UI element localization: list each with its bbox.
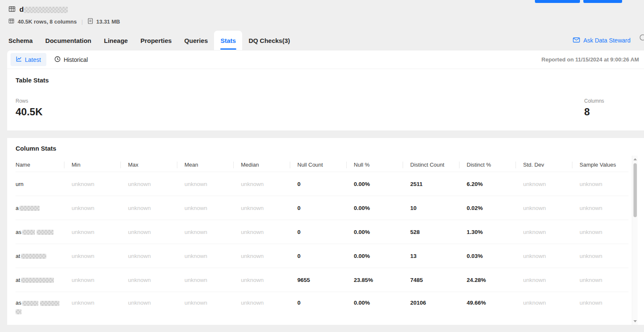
min-cell: unknown	[64, 229, 120, 235]
sample-values-cell: unknown	[572, 300, 628, 306]
redacted-text	[22, 230, 35, 235]
tab-dq-checks[interactable]: DQ Checks(3)	[242, 31, 296, 50]
search-icon[interactable]	[639, 34, 644, 42]
header-std-dev: Std. Dev	[516, 162, 572, 168]
median-cell: unknown	[233, 253, 290, 259]
tab-queries[interactable]: Queries	[178, 31, 214, 50]
table-scrollbar[interactable]	[632, 156, 638, 325]
distinct-pct-cell: 0.02%	[459, 205, 516, 211]
redacted-text	[21, 254, 46, 259]
header-name: Name	[16, 162, 64, 168]
mean-cell: unknown	[177, 277, 233, 283]
median-cell: unknown	[233, 229, 290, 235]
table-row: a unknown unknown unknown unknown 0 0.00…	[16, 196, 628, 220]
null-pct-cell: 0.00%	[346, 300, 403, 306]
min-cell: unknown	[64, 181, 120, 187]
dataset-title: d	[19, 5, 68, 14]
tab-documentation[interactable]: Documentation	[39, 31, 98, 50]
column-name: at	[16, 253, 20, 259]
column-name-cell: at	[16, 277, 64, 283]
median-cell: unknown	[233, 181, 290, 187]
distinct-pct-cell: 49.66%	[459, 300, 516, 306]
null-pct-cell: 0.00%	[346, 253, 403, 259]
max-cell: unknown	[120, 277, 177, 283]
redacted-text	[22, 301, 38, 306]
column-stats-table: Name Min Max Mean Median Null Count Null…	[16, 158, 628, 325]
mean-cell: unknown	[177, 181, 233, 187]
header-sample-values: Sample Values	[572, 162, 628, 168]
table-row: at unknown unknown unknown unknown 9655 …	[16, 268, 628, 292]
table-grid-icon	[8, 5, 16, 14]
column-name-cell: a	[16, 205, 64, 211]
clock-icon	[54, 56, 61, 64]
mean-cell: unknown	[177, 300, 233, 306]
null-pct-cell: 0.00%	[346, 229, 403, 235]
sample-values-cell: unknown	[572, 181, 628, 187]
distinct-count-cell: 20106	[403, 300, 459, 306]
columns-stat-value: 8	[584, 106, 636, 118]
header-median: Median	[233, 162, 290, 168]
scroll-up-arrow-icon[interactable]	[633, 158, 637, 160]
envelope-icon	[573, 37, 580, 44]
null-count-cell: 0	[290, 205, 346, 211]
distinct-count-cell: 10	[403, 205, 459, 211]
distinct-pct-cell: 1.30%	[459, 229, 516, 235]
stats-toolbar: Latest Historical Reported on 11/15/2024…	[7, 50, 644, 69]
null-count-cell: 0	[290, 253, 346, 259]
table-stats-grid: Rows 40.5K Columns 8	[16, 98, 636, 118]
column-name-cell: as	[16, 300, 64, 314]
null-pct-cell: 23.85%	[346, 277, 403, 283]
header-distinct-count: Distinct Count	[403, 162, 459, 168]
latest-label: Latest	[25, 56, 41, 63]
max-cell: unknown	[120, 300, 177, 306]
header-distinct-pct: Distinct %	[459, 162, 516, 168]
stats-panel: Latest Historical Reported on 11/15/2024…	[7, 50, 644, 325]
distinct-count-cell: 2511	[403, 181, 459, 187]
file-size-icon	[88, 18, 93, 25]
max-cell: unknown	[120, 181, 177, 187]
null-count-cell: 0	[290, 229, 346, 235]
historical-toggle-button[interactable]: Historical	[49, 53, 94, 66]
null-pct-cell: 0.00%	[346, 205, 403, 211]
distinct-pct-cell: 0.03%	[459, 253, 516, 259]
null-count-cell: 0	[290, 181, 346, 187]
distinct-count-cell: 528	[403, 229, 459, 235]
distinct-count-cell: 7485	[403, 277, 459, 283]
table-row: urn unknown unknown unknown unknown 0 0.…	[16, 172, 628, 196]
row-count-summary: 40.5K rows, 8 columns	[18, 19, 77, 25]
table-row: as unknown unknown unknown unknown 0 0.0…	[16, 220, 628, 244]
std-dev-cell: unknown	[516, 300, 572, 306]
ask-data-steward-button[interactable]: Ask Data Steward	[573, 31, 631, 50]
tab-properties[interactable]: Properties	[134, 31, 178, 50]
tab-lineage[interactable]: Lineage	[98, 31, 134, 50]
mean-cell: unknown	[177, 205, 233, 211]
min-cell: unknown	[64, 253, 120, 259]
latest-toggle-button[interactable]: Latest	[11, 53, 46, 66]
column-name: at	[16, 277, 20, 283]
table-row: as unknown unknown unknown unknown 0 0.0…	[16, 292, 628, 325]
tab-schema[interactable]: Schema	[2, 31, 39, 50]
sample-values-cell: unknown	[572, 229, 628, 235]
redacted-title-text	[24, 7, 68, 13]
std-dev-cell: unknown	[516, 205, 572, 211]
rows-columns-icon	[8, 18, 14, 25]
distinct-pct-cell: 24.28%	[459, 277, 516, 283]
column-stats-heading: Column Stats	[16, 145, 644, 152]
rows-stat-label: Rows	[16, 98, 584, 104]
column-name: urn	[16, 181, 24, 187]
topbar-primary-button-2[interactable]	[583, 0, 622, 3]
null-count-cell: 9655	[290, 277, 346, 283]
max-cell: unknown	[120, 229, 177, 235]
max-cell: unknown	[120, 253, 177, 259]
header-null-pct: Null %	[346, 162, 403, 168]
rows-stat-value: 40.5K	[16, 106, 584, 118]
columns-stat-label: Columns	[584, 98, 636, 104]
scroll-down-arrow-icon[interactable]	[633, 320, 637, 322]
historical-label: Historical	[64, 56, 88, 63]
distinct-count-cell: 13	[403, 253, 459, 259]
topbar-primary-button-1[interactable]	[535, 0, 580, 3]
min-cell: unknown	[64, 277, 120, 283]
tab-stats[interactable]: Stats	[214, 31, 242, 50]
scrollbar-thumb[interactable]	[633, 163, 637, 217]
column-name: a	[16, 205, 19, 211]
